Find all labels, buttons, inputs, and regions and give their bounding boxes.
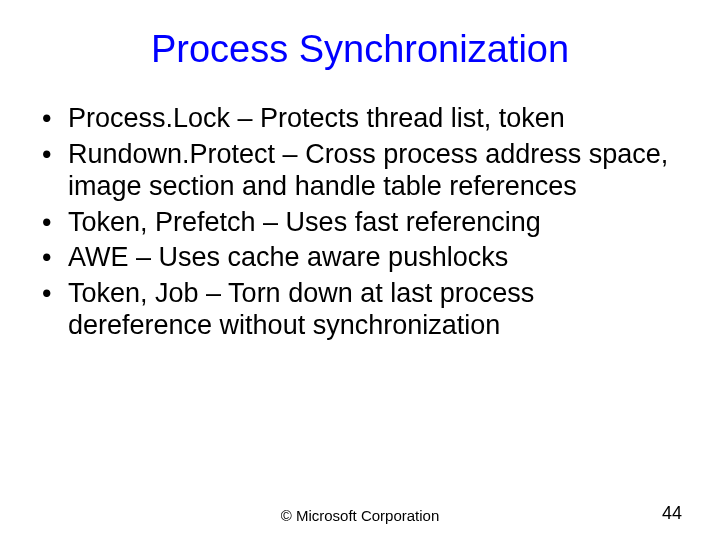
bullet-item: Process.Lock – Protects thread list, tok…: [40, 103, 680, 135]
bullet-item: Token, Prefetch – Uses fast referencing: [40, 207, 680, 239]
bullet-item: Token, Job – Torn down at last process d…: [40, 278, 680, 342]
page-number: 44: [662, 503, 682, 524]
slide-title: Process Synchronization: [0, 0, 720, 81]
bullet-item: Rundown.Protect – Cross process address …: [40, 139, 680, 203]
slide: Process Synchronization Process.Lock – P…: [0, 0, 720, 540]
bullet-list: Process.Lock – Protects thread list, tok…: [40, 103, 680, 342]
bullet-item: AWE – Uses cache aware pushlocks: [40, 242, 680, 274]
slide-body: Process.Lock – Protects thread list, tok…: [0, 81, 720, 342]
copyright-text: © Microsoft Corporation: [0, 507, 720, 524]
